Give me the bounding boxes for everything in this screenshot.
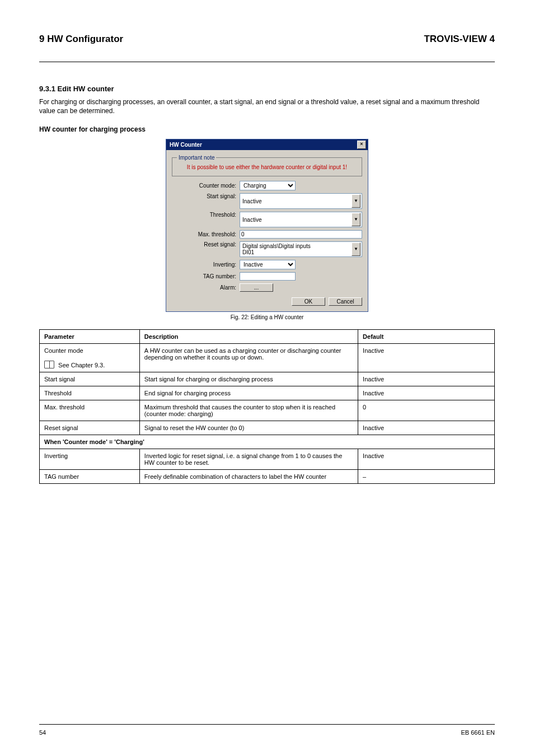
label-tag-number: TAG number:: [172, 273, 240, 279]
subtitle: HW counter for charging process: [39, 125, 495, 133]
table-subhead: When 'Counter mode' = 'Charging': [40, 435, 495, 449]
important-note-legend: Important note: [177, 155, 216, 161]
doc-id: EB 6661 EN: [461, 729, 495, 736]
footer-rule: [39, 724, 495, 725]
table-row: Reset signal Signal to reset the HW coun…: [40, 421, 495, 435]
counter-mode-select[interactable]: Charging: [240, 181, 296, 190]
ok-button[interactable]: OK: [292, 297, 325, 306]
col-description: Description: [139, 330, 358, 344]
chevron-down-icon[interactable]: ▼: [352, 213, 360, 226]
table-row: TAG number Freely definable combination …: [40, 470, 495, 484]
important-note-group: Important note It is possible to use eit…: [172, 155, 362, 176]
hw-counter-dialog: HW Counter × Important note It is possib…: [166, 139, 368, 312]
label-inverting: Inverting:: [172, 262, 240, 268]
table-row: Max. threshold Maximum threshold that ca…: [40, 400, 495, 421]
label-counter-mode: Counter mode:: [172, 183, 240, 189]
figure-caption: Fig. 22: Editing a HW counter: [39, 314, 495, 320]
tag-number-input[interactable]: [240, 272, 296, 281]
header-product: TROVIS-VIEW 4: [424, 34, 495, 45]
label-max-threshold: Max. threshold:: [172, 231, 240, 237]
table-row: Counter mode See Chapter 9.3. A HW count…: [40, 344, 495, 372]
cancel-button[interactable]: Cancel: [329, 297, 362, 306]
chevron-down-icon[interactable]: ▼: [352, 194, 360, 208]
alarm-button[interactable]: ...: [240, 283, 273, 292]
col-default: Default: [358, 330, 495, 344]
important-note-text: It is possible to use either the hardwar…: [177, 164, 357, 170]
parameter-table: Parameter Description Default Counter mo…: [39, 329, 495, 484]
table-row: Start signal Start signal for charging o…: [40, 372, 495, 386]
dialog-title: HW Counter: [170, 142, 202, 148]
close-icon[interactable]: ×: [357, 141, 366, 149]
label-start-signal: Start signal:: [172, 193, 240, 199]
section-title: 9.3.1 Edit HW counter: [39, 85, 495, 93]
threshold-select[interactable]: Inactive ▼: [240, 212, 362, 227]
book-icon: [44, 361, 54, 368]
col-parameter: Parameter: [40, 330, 140, 344]
inverting-select[interactable]: Inactive: [240, 260, 296, 269]
chevron-down-icon[interactable]: ▼: [352, 242, 360, 256]
label-threshold: Threshold:: [172, 212, 240, 218]
reset-signal-select[interactable]: Digital signals\Digital inputsDI01 ▼: [240, 241, 362, 257]
label-reset-signal: Reset signal:: [172, 241, 240, 248]
start-signal-select[interactable]: Inactive ▼: [240, 193, 362, 209]
intro-paragraph: For charging or discharging processes, a…: [39, 97, 495, 115]
max-threshold-input[interactable]: [240, 230, 362, 239]
label-alarm: Alarm:: [172, 284, 240, 291]
table-row: Threshold End signal for charging proces…: [40, 386, 495, 400]
table-row: Inverting Inverted logic for reset signa…: [40, 449, 495, 470]
dialog-titlebar[interactable]: HW Counter ×: [166, 139, 368, 150]
header-chapter: 9 HW Configurator: [39, 34, 123, 45]
page-number: 54: [39, 729, 46, 736]
header-rule: [39, 62, 495, 62]
